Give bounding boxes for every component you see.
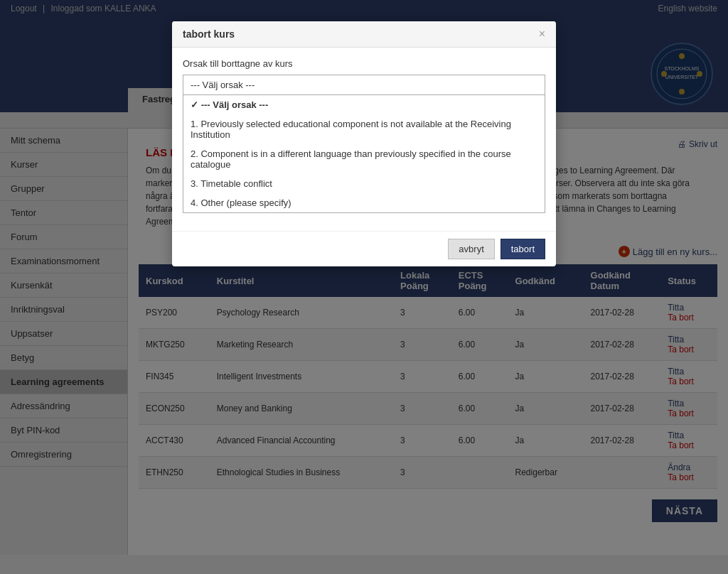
dropdown-item-default[interactable]: --- Välj orsak ---	[183, 95, 545, 114]
modal-title: tabort kurs	[183, 28, 235, 40]
dropdown-item-3[interactable]: 3. Timetable conflict	[183, 174, 545, 193]
modal-overlay: tabort kurs × Orsak till borttagne av ku…	[0, 0, 728, 555]
modal-header: tabort kurs ×	[172, 21, 556, 48]
delete-button[interactable]: tabort	[500, 239, 545, 259]
dropdown-item-4[interactable]: 4. Other (please specify)	[183, 193, 545, 212]
modal-dialog: tabort kurs × Orsak till borttagne av ku…	[172, 21, 556, 266]
modal-footer: avbryt tabort	[172, 231, 556, 266]
cancel-button[interactable]: avbryt	[448, 239, 494, 259]
reason-dropdown-list: --- Välj orsak --- 1. Previously selecte…	[183, 94, 545, 213]
dropdown-item-1[interactable]: 1. Previously selected educational compo…	[183, 114, 545, 144]
select-placeholder: --- Välj orsak ---	[191, 80, 255, 90]
dropdown-item-2[interactable]: 2. Component is in a different language …	[183, 144, 545, 174]
reason-label: Orsak till borttagne av kurs	[183, 58, 545, 69]
reason-select-display[interactable]: --- Välj orsak ---	[183, 75, 545, 95]
modal-body: Orsak till borttagne av kurs --- Välj or…	[172, 48, 556, 231]
modal-close-button[interactable]: ×	[539, 28, 545, 40]
reason-select-wrapper: --- Välj orsak --- --- Välj orsak --- 1.…	[183, 75, 545, 213]
